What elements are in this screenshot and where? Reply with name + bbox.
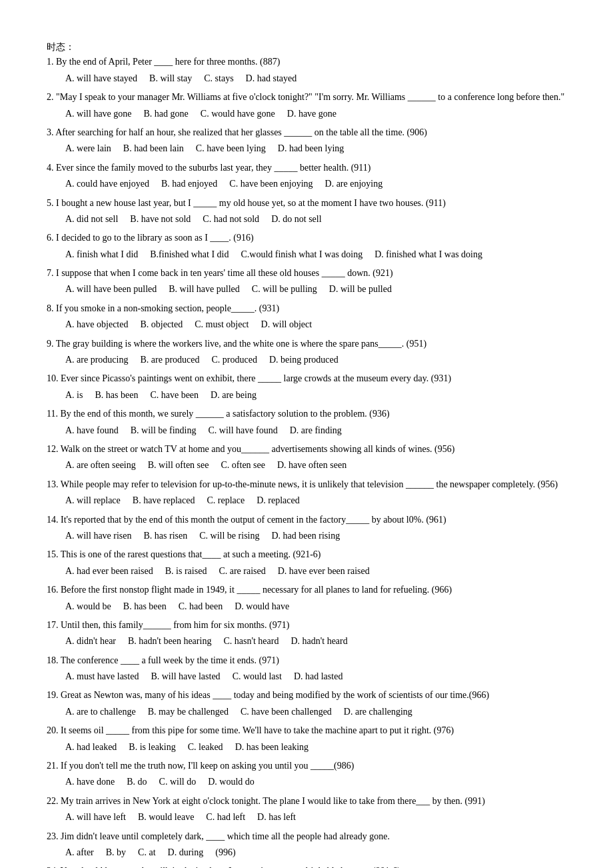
option-B: B.finished what I did bbox=[150, 247, 229, 262]
option-B: B. has been bbox=[123, 599, 167, 614]
question-text: 11. By the end of this month, we surely … bbox=[47, 407, 566, 421]
question-text: 20. It seems oil _____ from this pipe fo… bbox=[47, 723, 566, 738]
option-C: C. are raised bbox=[219, 564, 265, 579]
option-A: A. finish what I did bbox=[65, 247, 138, 262]
option-B: B. had gone bbox=[144, 107, 189, 121]
question-text: 13. While people may refer to television… bbox=[47, 477, 566, 492]
option-A: A. could have enjoyed bbox=[65, 177, 149, 191]
option-C: C.would finish what I was doing bbox=[241, 247, 362, 262]
option-B: B. is raised bbox=[165, 564, 207, 579]
options-line: A. will replaceB. have replacedC. replac… bbox=[47, 493, 566, 508]
question-text: 6. I decided to go to the library as soo… bbox=[47, 231, 566, 245]
option-B: B. will stay bbox=[149, 71, 192, 86]
option-D: D. hadn't heard bbox=[291, 634, 347, 649]
options-line: A. have foundB. will be findingC. will h… bbox=[47, 423, 566, 438]
option-D: D. had lasted bbox=[294, 669, 342, 684]
option-A: A. is bbox=[65, 388, 83, 403]
question-text: 12. Walk on the street or watch TV at ho… bbox=[47, 442, 566, 457]
option-D: D. replaced bbox=[257, 493, 300, 508]
question-text: 5. I bought a new house last year, but I… bbox=[47, 196, 566, 211]
question-text: 10. Ever since Picasso's paintings went … bbox=[47, 371, 566, 386]
option-B: B. is leaking bbox=[129, 740, 175, 755]
option-C: C. have been enjoying bbox=[229, 177, 312, 191]
option-B: B. hadn't been hearing bbox=[128, 634, 211, 649]
option-B: B. have replaced bbox=[133, 493, 195, 508]
option-B: B. objected bbox=[140, 317, 183, 332]
options-line: A. have objectedB. objectedC. must objec… bbox=[47, 317, 566, 332]
options-line: A. afterB. byC. atD. during(996) bbox=[47, 845, 566, 860]
option-B: B. will be finding bbox=[131, 423, 197, 438]
question-text: 8. If you smoke in a non-smoking section… bbox=[47, 301, 566, 316]
option-A: A. would be bbox=[65, 599, 111, 614]
option-C: C. had not sold bbox=[203, 212, 259, 227]
question-block: 11. By the end of this month, we surely … bbox=[47, 407, 566, 438]
options-line: A. could have enjoyedB. had enjoyedC. ha… bbox=[47, 177, 566, 191]
option-A: A. are to challenge bbox=[65, 705, 136, 719]
options-line: A. are often seeingB. will often seeC. o… bbox=[47, 458, 566, 473]
options-line: A. would beB. has beenC. had beenD. woul… bbox=[47, 599, 566, 614]
option-C: C. often see bbox=[221, 458, 265, 473]
question-block: 6. I decided to go to the library as soo… bbox=[47, 231, 566, 262]
options-line: A. will have stayedB. will stayC. staysD… bbox=[47, 71, 566, 86]
option-D: D. are enjoying bbox=[325, 177, 383, 191]
option-C: C. have been lying bbox=[196, 141, 266, 156]
option-C: C. stays bbox=[204, 71, 233, 86]
option-C: C. had been bbox=[179, 599, 223, 614]
option-D: D. has been leaking bbox=[235, 740, 308, 755]
option-1: B. by bbox=[106, 845, 126, 860]
question-block: 7. I suppose that when I come back in te… bbox=[47, 266, 566, 297]
option-D: D. would do bbox=[208, 775, 255, 789]
option-D: D. has left bbox=[257, 810, 296, 825]
options-line: A. had leakedB. is leakingC. leakedD. ha… bbox=[47, 740, 566, 755]
option-B: B. do bbox=[127, 775, 147, 789]
option-C: C. leaked bbox=[188, 740, 223, 755]
options-line: A. must have lastedB. will have lastedC.… bbox=[47, 669, 566, 684]
option-D: D. had been rising bbox=[271, 529, 340, 543]
option-C: C. must object bbox=[195, 317, 249, 332]
option-C: C. have been challenged bbox=[241, 705, 332, 719]
option-D: D. had stayed bbox=[246, 71, 297, 86]
options-line: A. have doneB. doC. will doD. would do bbox=[47, 775, 566, 789]
option-A: A. will replace bbox=[65, 493, 121, 508]
question-text: 18. The conference ____ a full week by t… bbox=[47, 653, 566, 668]
question-block: 13. While people may refer to television… bbox=[47, 477, 566, 509]
question-text: 22. My train arrives in New York at eigh… bbox=[47, 794, 566, 809]
question-text: 3. After searching for half an hour, she… bbox=[47, 125, 566, 140]
options-line: A. didn't hearB. hadn't been hearingC. h… bbox=[47, 634, 566, 649]
option-C: C. produced bbox=[212, 353, 257, 367]
option-B: B. have not sold bbox=[130, 212, 191, 227]
option-D: D. are challenging bbox=[344, 705, 412, 719]
options-line: A. will have been pulledB. will have pul… bbox=[47, 282, 566, 297]
option-A: A. did not sell bbox=[65, 212, 118, 227]
question-text: 4. Ever since the family moved to the su… bbox=[47, 161, 566, 175]
options-line: A. will have leftB. would leaveC. had le… bbox=[47, 810, 566, 825]
question-text: 24. You should have put the milk in the … bbox=[47, 864, 566, 868]
options-line: A. were lainB. had been lainC. have been… bbox=[47, 141, 566, 156]
option-D: D. do not sell bbox=[271, 212, 321, 227]
option-A: A. are producing bbox=[65, 353, 128, 367]
question-text: 7. I suppose that when I come back in te… bbox=[47, 266, 566, 281]
option-C: C. will have found bbox=[208, 423, 277, 438]
option-A: A. didn't hear bbox=[65, 634, 116, 649]
option-B: B. are produced bbox=[140, 353, 199, 367]
question-block: 14. It's reported that by the end of thi… bbox=[47, 513, 566, 544]
options-line: A. will have goneB. had goneC. would hav… bbox=[47, 107, 566, 121]
question-block: 23. Jim didn't leave until completely da… bbox=[47, 829, 566, 861]
option-D: D. are being bbox=[211, 388, 257, 403]
option-C: C. hasn't heard bbox=[223, 634, 279, 649]
option-A: A. had ever been raised bbox=[65, 564, 153, 579]
question-text: 16. Before the first nonstop flight made… bbox=[47, 583, 566, 597]
option-B: B. had enjoyed bbox=[161, 177, 217, 191]
options-line: A. will have risenB. has risenC. will be… bbox=[47, 529, 566, 543]
question-block: 3. After searching for half an hour, she… bbox=[47, 125, 566, 157]
option-3: D. during bbox=[168, 845, 204, 860]
option-A: A. will have stayed bbox=[65, 71, 137, 86]
option-D: D. finished what I was doing bbox=[374, 247, 482, 262]
question-text: 23. Jim didn't leave until completely da… bbox=[47, 829, 566, 844]
option-C: C. replace bbox=[207, 493, 245, 508]
option-D: D. have ever been raised bbox=[278, 564, 370, 579]
option-D: D. have often seen bbox=[277, 458, 346, 473]
options-line: A. finish what I didB.finished what I di… bbox=[47, 247, 566, 262]
page-header: 时态： bbox=[47, 40, 566, 55]
question-block: 8. If you smoke in a non-smoking section… bbox=[47, 301, 566, 333]
